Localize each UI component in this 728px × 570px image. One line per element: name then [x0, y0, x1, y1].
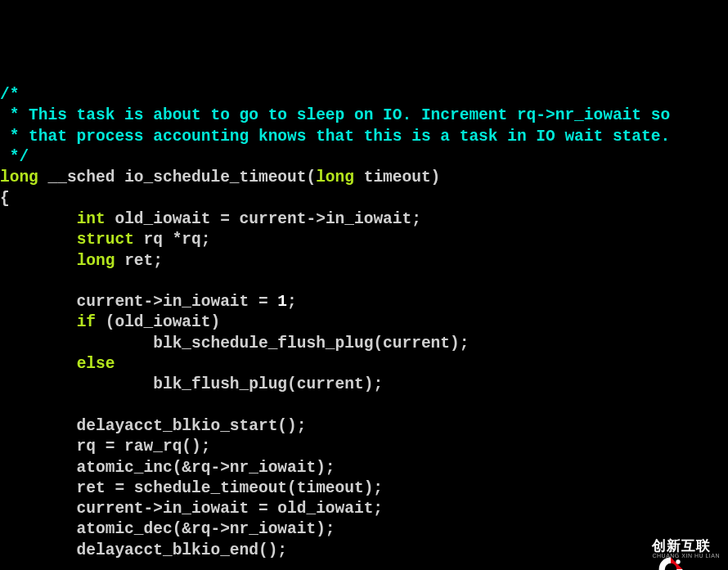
indent	[0, 252, 77, 270]
code-text: atomic_inc(&rq->nr_iowait);	[0, 459, 335, 477]
code-text: timeout)	[354, 168, 440, 186]
code-text: ret;	[115, 252, 163, 270]
keyword-long: long	[0, 168, 38, 186]
code-text: delayacct_blkio_start();	[0, 417, 306, 435]
keyword-if: if	[77, 313, 96, 331]
code-text: ;	[287, 293, 297, 311]
code-text: atomic_dec(&rq->nr_iowait);	[0, 520, 335, 538]
indent	[0, 375, 153, 393]
indent	[0, 355, 77, 373]
code-text: rq *rq;	[134, 231, 211, 249]
code-text: current->in_iowait = old_iowait;	[0, 500, 383, 518]
code-text: blk_flush_plug(current);	[153, 375, 383, 393]
keyword-int: int	[77, 210, 106, 228]
code-text: rq = raw_rq();	[0, 438, 210, 456]
code-text: (old_iowait)	[96, 313, 220, 331]
keyword-else: else	[77, 355, 115, 373]
watermark-logo: 创新互联 CHUANG XIN HU LIAN	[618, 534, 720, 563]
svg-point-0	[676, 560, 681, 564]
logo-icon	[618, 534, 647, 563]
keyword-long: long	[77, 252, 115, 270]
code-text: current->in_iowait =	[0, 293, 277, 311]
comment-line: * This task is about to go to sleep on I…	[0, 106, 670, 124]
keyword-struct: struct	[77, 231, 134, 249]
indent	[0, 210, 77, 228]
indent	[0, 334, 153, 352]
code-text: ret = schedule_timeout(timeout);	[0, 479, 383, 497]
comment-line: */	[0, 148, 29, 166]
keyword-long: long	[316, 168, 354, 186]
logo-chinese: 创新互联	[652, 539, 720, 553]
code-text: delayacct_blkio_end();	[0, 541, 287, 559]
code-text: old_iowait = current->in_iowait;	[106, 210, 421, 228]
brace: {	[0, 190, 10, 208]
code-text: blk_schedule_flush_plug(current);	[153, 334, 469, 352]
number-literal: 1	[277, 293, 287, 311]
comment-line: /*	[0, 86, 19, 104]
code-text: __sched io_schedule_timeout(	[38, 168, 316, 186]
comment-line: * that process accounting knows that thi…	[0, 128, 670, 146]
indent	[0, 313, 77, 331]
indent	[0, 231, 77, 249]
code-block: /* * This task is about to go to sleep o…	[0, 83, 728, 570]
